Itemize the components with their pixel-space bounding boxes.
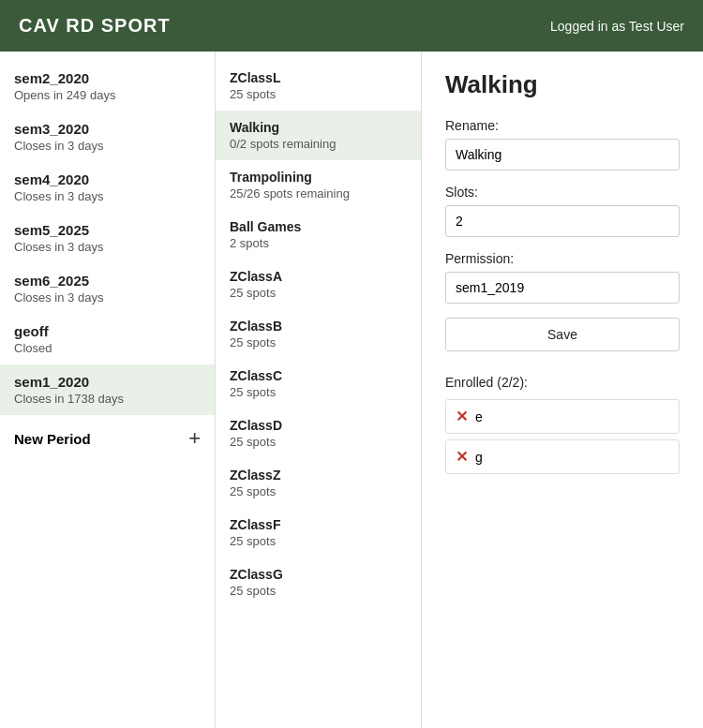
activity-item-Walking[interactable]: Walking 0/2 spots remaining [216,111,421,160]
activity-item-ZClassG[interactable]: ZClassG 25 spots [216,557,421,607]
sidebar-item-sem5_2025[interactable]: sem5_2025 Closes in 3 days [0,213,215,263]
activity-item-spots: 25 spots [230,87,407,101]
sidebar-item-name: sem1_2020 [14,374,201,390]
enrolled-item-e: ✕ e [445,399,680,434]
activity-item-spots: 25 spots [230,385,407,399]
rename-input[interactable] [445,139,680,171]
activity-item-ZClassZ[interactable]: ZClassZ 25 spots [216,458,421,508]
sidebar-item-status: Opens in 249 days [14,88,201,102]
activity-item-name: ZClassG [230,567,407,582]
activity-item-ZClassA[interactable]: ZClassA 25 spots [216,260,421,309]
sidebar-item-status: Closes in 3 days [14,139,201,153]
sidebar-item-name: sem6_2025 [14,273,201,289]
activity-item-name: ZClassD [230,418,407,433]
activity-item-spots: 25 spots [230,484,407,498]
activity-item-ZClassC[interactable]: ZClassC 25 spots [216,359,421,409]
activity-item-spots: 2 spots [230,236,407,250]
activity-item-name: Ball Games [230,219,407,234]
rename-label: Rename: [445,118,680,133]
activity-item-ZClassD[interactable]: ZClassD 25 spots [216,409,421,458]
new-period-label: New Period [14,431,91,447]
sidebar-item-status: Closed [14,341,201,355]
slots-label: Slots: [445,185,680,200]
sidebar-item-name: sem4_2020 [14,171,201,187]
sidebar: sem2_2020 Opens in 249 days sem3_2020 Cl… [0,52,216,728]
sidebar-item-geoff[interactable]: geoff Closed [0,314,215,364]
activities-column: ZClassL 25 spots Walking 0/2 spots remai… [216,52,422,728]
activity-item-name: ZClassL [230,70,407,85]
activity-item-name: ZClassB [230,319,407,334]
activity-item-spots: 25 spots [230,584,407,598]
sidebar-item-name: sem3_2020 [14,121,201,137]
sidebar-item-name: geoff [14,323,201,339]
activity-item-name: ZClassC [230,368,407,383]
activity-item-name: Walking [230,120,407,135]
sidebar-item-name: sem2_2020 [14,70,201,86]
header: CAV RD SPORT Logged in as Test User [0,0,703,52]
slots-input[interactable] [445,205,680,237]
activity-item-ZClassL[interactable]: ZClassL 25 spots [216,61,421,111]
sidebar-item-sem1_2020[interactable]: sem1_2020 Closes in 1738 days [0,364,215,415]
activity-item-name: ZClassA [230,269,407,284]
enrolled-label: Enrolled (2/2): [445,375,680,390]
new-period-button[interactable]: New Period + [0,415,215,462]
main-layout: sem2_2020 Opens in 249 days sem3_2020 Cl… [0,52,703,728]
activity-item-ZClassF[interactable]: ZClassF 25 spots [216,508,421,557]
activity-item-Ball Games[interactable]: Ball Games 2 spots [216,210,421,260]
activity-item-spots: 0/2 spots remaining [230,137,407,151]
activity-item-spots: 25 spots [230,435,407,449]
new-period-icon: + [188,426,201,451]
detail-title: Walking [445,70,680,99]
sidebar-item-sem6_2025[interactable]: sem6_2025 Closes in 3 days [0,263,215,314]
save-button[interactable]: Save [445,318,680,351]
enrolled-name: e [475,409,483,424]
enrolled-name: g [475,450,483,465]
detail-panel: Walking Rename: Slots: Permission: Save … [422,52,703,728]
activity-item-ZClassB[interactable]: ZClassB 25 spots [216,309,421,359]
activity-item-Trampolining[interactable]: Trampolining 25/26 spots remaining [216,160,421,210]
permission-input[interactable] [445,272,680,304]
activity-item-spots: 25 spots [230,534,407,548]
activity-item-spots: 25/26 spots remaining [230,186,407,201]
enrolled-remove-button[interactable]: ✕ [456,448,468,466]
sidebar-item-status: Closes in 3 days [14,189,201,203]
activity-item-spots: 25 spots [230,286,407,300]
sidebar-item-status: Closes in 3 days [14,290,201,305]
activity-item-name: ZClassZ [230,468,407,483]
activity-item-spots: 25 spots [230,335,407,349]
sidebar-item-sem3_2020[interactable]: sem3_2020 Closes in 3 days [0,111,215,162]
app-title: CAV RD SPORT [19,15,171,37]
permission-label: Permission: [445,251,680,266]
activity-item-name: ZClassF [230,517,407,532]
activity-item-name: Trampolining [230,170,407,185]
sidebar-item-sem2_2020[interactable]: sem2_2020 Opens in 249 days [0,61,215,111]
sidebar-item-status: Closes in 1738 days [14,392,201,406]
enrolled-item-g: ✕ g [445,439,680,474]
sidebar-item-name: sem5_2025 [14,222,201,238]
sidebar-item-status: Closes in 3 days [14,240,201,254]
logged-in-user: Logged in as Test User [550,19,684,34]
sidebar-item-sem4_2020[interactable]: sem4_2020 Closes in 3 days [0,162,215,213]
enrolled-remove-button[interactable]: ✕ [456,408,468,425]
